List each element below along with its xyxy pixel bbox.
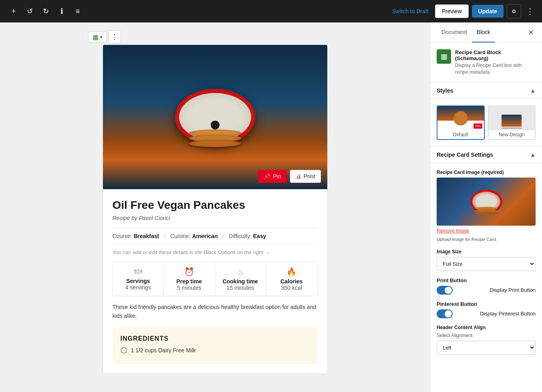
block-name: Recipe Card Block (Schema.org) <box>455 49 536 61</box>
styles-section-label: Styles <box>437 87 453 94</box>
sidebar-tabs: Document Block <box>437 22 495 42</box>
cooking-icon: ♨ <box>218 267 263 277</box>
pinterest-toggle[interactable] <box>437 309 453 318</box>
recipe-image <box>103 45 327 189</box>
style-new-design-label: New Design <box>499 130 525 139</box>
print-toggle-row: Display Print Button <box>437 286 536 295</box>
cuisine-meta: Cuisine: American <box>170 233 218 239</box>
menu-button[interactable]: ≡ <box>71 4 85 18</box>
course-meta: Course: Breakfast <box>113 233 159 239</box>
block-type-button[interactable]: ▦ ▾ <box>88 31 107 43</box>
redo-icon: ↻ <box>43 7 49 16</box>
redo-button[interactable]: ↻ <box>38 4 53 18</box>
recipe-title: Oil Free Vegan Pancakes <box>113 199 318 212</box>
stat-prep: ⏰ Prep time 5 minutes <box>164 262 215 296</box>
recipe-card-image-inner <box>437 178 536 226</box>
right-sidebar: Document Block ✕ ▦ Recipe Card Block (Sc… <box>430 22 542 392</box>
image-size-label: Image Size <box>437 249 536 255</box>
recipe-author: Recipe by Pavel Ciorici <box>113 215 318 221</box>
servings-icon: 🍽 <box>116 267 161 276</box>
menu-icon: ≡ <box>76 7 80 16</box>
cooking-value: 15 minutes <box>218 285 263 291</box>
block-info: ▦ Recipe Card Block (Schema.org) Display… <box>430 43 542 83</box>
plus-icon: + <box>12 7 16 16</box>
print-button[interactable]: 🖨 Print <box>290 170 321 183</box>
recipe-card: 📌 Pin 🖨 Print Oil Free Vegan Pancakes Re… <box>103 45 327 374</box>
ingredient-item: 1 1/2 cups Dairy Free Milk <box>121 347 310 354</box>
servings-label: Servings <box>116 278 161 284</box>
pin-icon: 📌 <box>264 173 270 180</box>
style-option-new-design[interactable]: New Design <box>488 105 536 140</box>
info-button[interactable]: ℹ <box>54 4 69 18</box>
pin-label: Pin <box>273 173 281 180</box>
pinterest-toggle-row: Display Pinterest Button <box>437 309 536 318</box>
select-alignment-label: Select Alignment <box>437 333 536 338</box>
print-button-section: Print Button Display Print Button <box>437 277 536 295</box>
style-option-default[interactable]: PIN Default <box>437 105 485 140</box>
calories-icon: 🔥 <box>269 267 314 277</box>
tab-block[interactable]: Block <box>472 22 495 42</box>
sidebar-header: Document Block ✕ <box>430 22 542 43</box>
ingredient-text: 1 1/2 cups Dairy Free Milk <box>131 347 196 354</box>
undo-button[interactable]: ↺ <box>22 4 37 18</box>
block-info-text: Recipe Card Block (Schema.org) Display a… <box>455 49 536 76</box>
pinterest-button-label: Pinterest Button <box>437 301 536 307</box>
image-size-field: Image Size Full Size Medium Thumbnail La… <box>437 249 536 271</box>
update-button[interactable]: Update <box>472 5 504 18</box>
pin-button[interactable]: 📌 Pin <box>258 170 286 183</box>
settings-section-header[interactable]: Recipe Card Settings ▲ <box>430 147 542 163</box>
editor-area: ▦ ▾ ⋮ <box>0 22 430 392</box>
info-icon: ℹ <box>60 7 63 16</box>
image-field: Recipe Card Image (required) <box>437 170 536 242</box>
remove-image-link[interactable]: Remove Image <box>437 228 536 234</box>
print-button-label: Print Button <box>437 277 536 283</box>
settings-button[interactable]: ⚙ <box>507 4 521 18</box>
sidebar-close-button[interactable]: ✕ <box>526 26 536 38</box>
recipe-actions: 📌 Pin 🖨 Print <box>258 170 320 183</box>
prep-icon: ⏰ <box>167 267 212 277</box>
pinterest-button-section: Pinterest Button Display Pinterest Butto… <box>437 301 536 318</box>
block-more-icon: ⋮ <box>111 33 118 41</box>
preview-button[interactable]: Preview <box>435 4 469 18</box>
style-default-label: Default <box>453 130 468 139</box>
settings-icon: ⚙ <box>512 8 516 14</box>
recipe-content: Oil Free Vegan Pancakes Recipe by Pavel … <box>103 189 327 374</box>
tab-document[interactable]: Document <box>437 22 472 42</box>
more-options-button[interactable]: ⋮ <box>524 5 536 18</box>
alignment-select[interactable]: Left Center Right <box>437 341 536 355</box>
styles-section-header[interactable]: Styles ▲ <box>430 83 542 99</box>
pinterest-toggle-label: Display Pinterest Button <box>480 311 536 317</box>
block-description: Display a Recipe Card box with recipe me… <box>455 62 536 76</box>
block-type-arrow: ▾ <box>100 35 102 39</box>
header-align-field: Header Content Align Select Alignment Le… <box>437 325 536 355</box>
style-default-preview: PIN <box>437 106 484 130</box>
cooking-label: Cooking time <box>218 278 263 285</box>
header-align-label: Header Content Align <box>437 325 536 330</box>
undo-icon: ↺ <box>27 7 33 16</box>
print-toggle[interactable] <box>437 286 453 295</box>
recipe-description: These kid friendly pancakes are a delici… <box>113 303 318 321</box>
image-label: Recipe Card Image (required) <box>437 170 536 175</box>
settings-chevron-icon: ▲ <box>530 152 536 158</box>
calories-value: 350 kcal <box>269 285 314 291</box>
recipe-card-image-preview <box>437 178 536 226</box>
main-area: ▦ ▾ ⋮ <box>0 22 542 392</box>
print-toggle-label: Display Print Button <box>490 287 536 293</box>
difficulty-meta: Difficulty: Easy <box>229 233 266 239</box>
upload-hint: Upload image for Recipe Card. <box>437 237 497 242</box>
recipe-hint: You can add or edit these details in the… <box>113 249 318 255</box>
switch-to-draft-button[interactable]: Switch to Draft <box>389 5 432 18</box>
settings-section-label: Recipe Card Settings <box>437 152 493 158</box>
style-pin-badge: PIN <box>473 123 482 129</box>
style-new-preview <box>489 106 535 130</box>
block-more-button[interactable]: ⋮ <box>108 30 121 43</box>
servings-value: 4 servings <box>116 284 161 291</box>
prep-value: 5 minutes <box>167 285 212 291</box>
block-type-icon: ▦ <box>437 49 451 64</box>
styles-chevron-icon: ▲ <box>530 87 536 94</box>
ingredient-bullet <box>121 347 127 354</box>
recipe-meta-row: Course: Breakfast / Cuisine: American / … <box>113 228 318 244</box>
add-block-button[interactable]: + <box>6 4 21 18</box>
image-size-select[interactable]: Full Size Medium Thumbnail Large <box>437 257 536 271</box>
stat-servings: 🍽 Servings 4 servings <box>113 262 164 296</box>
